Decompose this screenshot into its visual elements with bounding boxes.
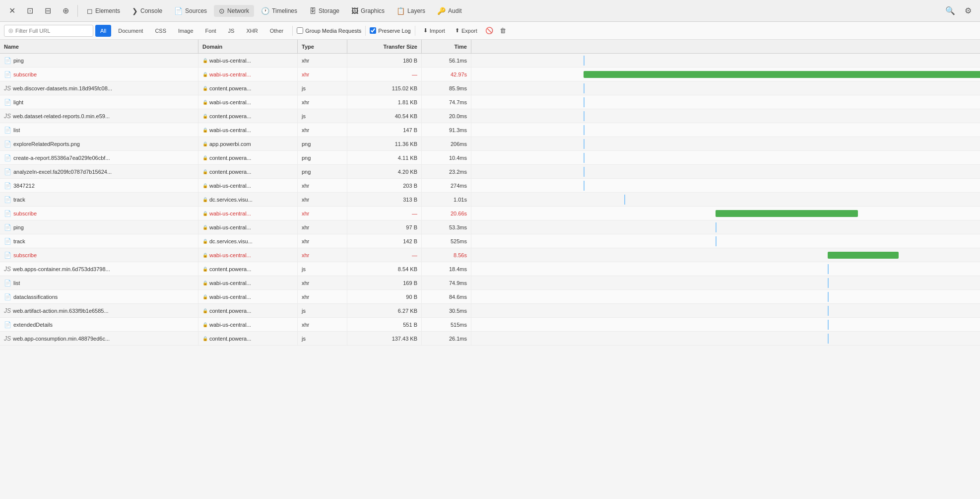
- row-name: list: [13, 280, 20, 286]
- cell-timeline: [471, 123, 980, 137]
- cell-domain: 🔒 dc.services.visu...: [198, 234, 298, 248]
- cell-size: 1.81 KB: [347, 95, 422, 109]
- filter-xhr-button[interactable]: XHR: [241, 25, 262, 37]
- tab-graphics[interactable]: 🖼 Graphics: [346, 5, 390, 17]
- tab-network[interactable]: ⊙ Network: [214, 5, 254, 17]
- clear-network-button[interactable]: 🚫: [483, 25, 495, 37]
- file-icon: 📄: [4, 141, 11, 147]
- cell-name: 📄 analyzeIn-excel.fa209fc0787d7b15624...: [0, 165, 198, 178]
- trash-button[interactable]: 🗑: [497, 25, 509, 37]
- search-button[interactable]: 🔍: [942, 3, 958, 19]
- table-row[interactable]: 📄 analyzeIn-excel.fa209fc0787d7b15624...…: [0, 165, 980, 179]
- cell-name: JS web.artifact-action.min.633f9b1e6585.…: [0, 304, 198, 317]
- row-name: subscribe: [13, 211, 37, 216]
- filter-other-button[interactable]: Other: [265, 25, 289, 37]
- filter-js-button[interactable]: JS: [223, 25, 240, 37]
- table-row[interactable]: 📄 list 🔒 wabi-us-central... xhr 169 B 74…: [0, 276, 980, 290]
- preserve-log-label[interactable]: Preserve Log: [370, 27, 410, 34]
- target-button[interactable]: ⊕: [58, 3, 73, 19]
- row-name: create-a-report.85386a7ea029fe06cbf...: [13, 155, 110, 161]
- divider-1: [77, 5, 78, 17]
- table-row[interactable]: 📄 subscribe 🔒 wabi-us-central... xhr — 8…: [0, 248, 980, 262]
- table-row[interactable]: 📄 create-a-report.85386a7ea029fe06cbf...…: [0, 151, 980, 165]
- cell-timeline: [471, 262, 980, 276]
- import-icon: ⬇: [423, 27, 428, 34]
- row-domain: wabi-us-central...: [209, 71, 251, 77]
- table-row[interactable]: 📄 dataclassifications 🔒 wabi-us-central.…: [0, 290, 980, 304]
- tab-timelines[interactable]: 🕐 Timelines: [256, 5, 302, 17]
- export-button[interactable]: ⬆ Export: [451, 26, 481, 35]
- tab-audit[interactable]: 🔑 Audit: [432, 5, 466, 17]
- tab-elements[interactable]: ◻ Elements: [82, 5, 125, 17]
- lock-icon: 🔒: [202, 72, 208, 77]
- table-row[interactable]: 📄 subscribe 🔒 wabi-us-central... xhr — 2…: [0, 207, 980, 220]
- file-icon: 📄: [4, 127, 11, 134]
- group-media-label[interactable]: Group Media Requests: [297, 27, 361, 34]
- table-row[interactable]: 📄 ping 🔒 wabi-us-central... xhr 180 B 56…: [0, 54, 980, 68]
- close-button[interactable]: ✕: [4, 3, 20, 19]
- row-domain: wabi-us-central...: [209, 127, 251, 133]
- filter-css-button[interactable]: CSS: [150, 25, 171, 37]
- table-row[interactable]: 📄 extendedDetails 🔒 wabi-us-central... x…: [0, 318, 980, 332]
- file-icon: 📄: [4, 71, 11, 78]
- row-name: ping: [13, 58, 24, 64]
- cell-domain: 🔒 app.powerbi.com: [198, 137, 298, 150]
- row-name: analyzeIn-excel.fa209fc0787d7b15624...: [13, 169, 112, 175]
- cell-type: js: [298, 304, 347, 317]
- cell-name: JS web.dataset-related-reports.0.min.e59…: [0, 109, 198, 123]
- filter-font-button[interactable]: Font: [200, 25, 221, 37]
- table-row[interactable]: JS web.dataset-related-reports.0.min.e59…: [0, 109, 980, 123]
- table-row[interactable]: 📄 3847212 🔒 wabi-us-central... xhr 203 B…: [0, 179, 980, 193]
- settings-button[interactable]: ⚙: [960, 3, 976, 19]
- cell-time: 53.3ms: [422, 220, 471, 234]
- table-row[interactable]: 📄 track 🔒 dc.services.visu... xhr 142 B …: [0, 234, 980, 248]
- row-domain: content.powera...: [209, 266, 251, 272]
- tab-console[interactable]: ❯ Console: [127, 5, 167, 17]
- filter-input[interactable]: [15, 28, 89, 34]
- tab-layers-label: Layers: [407, 7, 425, 14]
- row-domain: content.powera...: [209, 155, 251, 161]
- sources-icon: 📄: [174, 7, 183, 15]
- cell-type: xhr: [298, 207, 347, 220]
- file-icon: 📄: [4, 168, 11, 175]
- cell-timeline: [471, 193, 980, 206]
- filter-document-button[interactable]: Document: [113, 25, 148, 37]
- cell-time: 8.56s: [422, 248, 471, 262]
- filter-all-button[interactable]: All: [95, 25, 111, 37]
- filter-image-button[interactable]: Image: [173, 25, 198, 37]
- cell-size: 4.11 KB: [347, 151, 422, 164]
- cell-domain: 🔒 wabi-us-central...: [198, 95, 298, 109]
- tab-elements-label: Elements: [95, 7, 120, 14]
- table-row[interactable]: JS web.apps-container.min.6d753dd3798...…: [0, 262, 980, 276]
- table-row[interactable]: JS web.app-consumption.min.48879ed6c... …: [0, 332, 980, 346]
- toggle-drawer-button[interactable]: ⊟: [40, 3, 56, 19]
- tab-storage[interactable]: 🗄 Storage: [304, 5, 344, 17]
- table-header: Name Domain Type Transfer Size Time 50.0…: [0, 40, 980, 54]
- table-row[interactable]: 📄 exploreRelatedReports.png 🔒 app.powerb…: [0, 137, 980, 151]
- preserve-log-checkbox[interactable]: [370, 27, 376, 34]
- row-name: web.artifact-action.min.633f9b1e6585...: [13, 308, 109, 314]
- console-icon: ❯: [132, 7, 138, 15]
- row-domain: content.powera...: [209, 169, 251, 175]
- tab-sources[interactable]: 📄 Sources: [169, 5, 212, 17]
- lock-icon: 🔒: [202, 253, 208, 258]
- row-name: extendedDetails: [13, 322, 53, 328]
- table-row[interactable]: JS web.discover-datasets.min.18d945fc08.…: [0, 81, 980, 95]
- table-row[interactable]: 📄 ping 🔒 wabi-us-central... xhr 97 B 53.…: [0, 220, 980, 234]
- table-row[interactable]: 📄 list 🔒 wabi-us-central... xhr 147 B 91…: [0, 123, 980, 137]
- table-row[interactable]: 📄 subscribe 🔒 wabi-us-central... xhr — 4…: [0, 68, 980, 81]
- group-media-checkbox[interactable]: [297, 27, 303, 34]
- table-row[interactable]: JS web.artifact-action.min.633f9b1e6585.…: [0, 304, 980, 318]
- tab-layers[interactable]: 📋 Layers: [392, 5, 430, 17]
- table-row[interactable]: 📄 light 🔒 wabi-us-central... xhr 1.81 KB…: [0, 95, 980, 109]
- table-row[interactable]: 📄 track 🔒 dc.services.visu... xhr 313 B …: [0, 193, 980, 207]
- cell-domain: 🔒 wabi-us-central...: [198, 54, 298, 67]
- cell-domain: 🔒 wabi-us-central...: [198, 123, 298, 137]
- toggle-layout-button[interactable]: ⊡: [22, 3, 38, 19]
- cell-time: 84.6ms: [422, 290, 471, 303]
- import-button[interactable]: ⬇ Import: [419, 26, 449, 35]
- row-domain: wabi-us-central...: [209, 58, 251, 64]
- cell-name: 📄 subscribe: [0, 248, 198, 262]
- file-icon: 📄: [4, 321, 11, 328]
- cell-timeline: [471, 68, 980, 81]
